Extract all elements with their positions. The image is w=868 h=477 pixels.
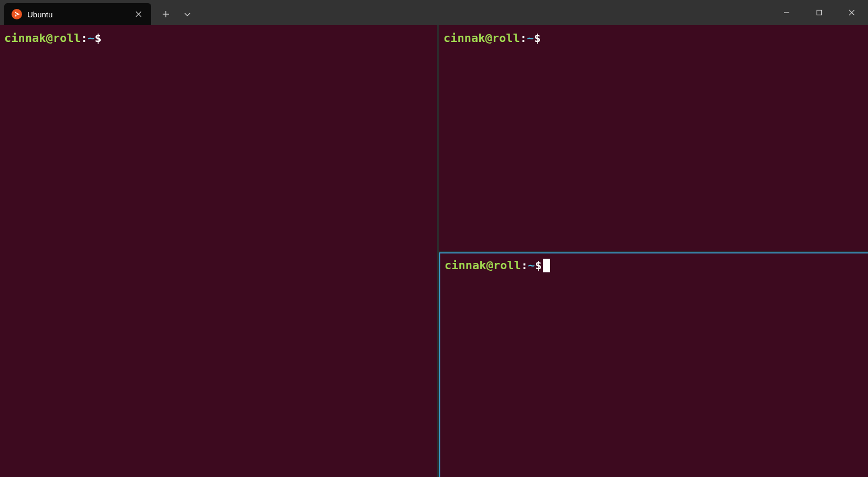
- terminal-pane-right-bottom-active[interactable]: cinnak@roll:~$: [439, 252, 868, 478]
- tab-title: Ubuntu: [27, 10, 128, 19]
- prompt-colon: :: [81, 30, 88, 47]
- prompt-path: ~: [88, 30, 94, 47]
- window-controls: [770, 0, 868, 25]
- tab-actions: [151, 3, 197, 25]
- prompt-line: cinnak@roll:~$: [4, 30, 433, 47]
- prompt-dollar: $: [535, 258, 542, 274]
- prompt-user-host: cinnak@roll: [4, 30, 81, 47]
- prompt-path: ~: [527, 30, 534, 47]
- terminal-pane-right-top[interactable]: cinnak@roll:~$: [439, 25, 868, 251]
- svg-rect-4: [817, 10, 822, 15]
- svg-point-1: [18, 14, 20, 15]
- close-window-button[interactable]: [835, 0, 868, 25]
- prompt-user-host: cinnak@roll: [443, 30, 520, 47]
- right-column: cinnak@roll:~$ cinnak@roll:~$: [437, 25, 868, 477]
- minimize-button[interactable]: [770, 0, 803, 25]
- tab-ubuntu[interactable]: Ubuntu: [4, 3, 151, 25]
- prompt-dollar: $: [534, 30, 541, 47]
- tab-dropdown-button[interactable]: [178, 5, 197, 24]
- terminal-area: cinnak@roll:~$ cinnak@roll:~$ cinnak@rol…: [0, 25, 868, 477]
- prompt-path: ~: [528, 258, 535, 274]
- close-tab-button[interactable]: [133, 9, 144, 19]
- cursor-icon: [543, 259, 550, 272]
- svg-point-2: [15, 12, 17, 13]
- prompt-colon: :: [520, 30, 527, 47]
- prompt-colon: :: [521, 258, 528, 274]
- titlebar: Ubuntu: [0, 0, 868, 25]
- maximize-button[interactable]: [803, 0, 835, 25]
- prompt-line: cinnak@roll:~$: [444, 258, 864, 274]
- svg-point-0: [16, 13, 18, 15]
- prompt-dollar: $: [94, 30, 101, 47]
- new-tab-button[interactable]: [156, 5, 175, 24]
- ubuntu-logo-icon: [12, 9, 22, 19]
- terminal-pane-left[interactable]: cinnak@roll:~$: [0, 25, 437, 477]
- prompt-line: cinnak@roll:~$: [443, 30, 864, 47]
- tabs-region: Ubuntu: [0, 0, 197, 25]
- svg-point-3: [15, 15, 17, 17]
- prompt-user-host: cinnak@roll: [444, 258, 521, 274]
